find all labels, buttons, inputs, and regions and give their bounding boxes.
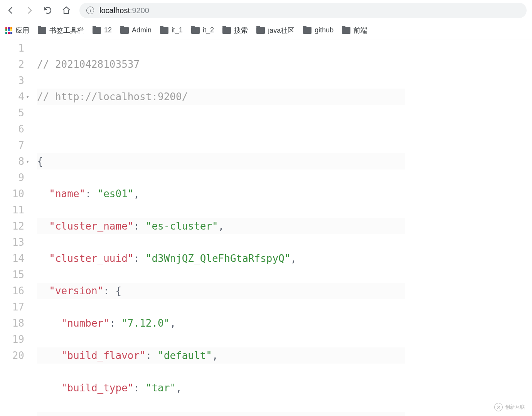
bookmarks-bar: 应用 书签工具栏 12 Admin it_1 it_2 搜索 java社区 gi… [0,21,532,40]
code-content[interactable]: // 20210428103537 // http://localhost:92… [30,40,405,416]
bookmark-label: 前端 [354,26,367,35]
folder-icon [342,27,350,34]
home-button[interactable] [61,5,72,16]
bookmark-folder[interactable]: Admin [120,26,152,34]
address-bar[interactable]: i localhost:9200 [79,3,527,18]
folder-icon [191,27,200,34]
bookmark-folder[interactable]: 搜索 [222,26,248,35]
bookmark-label: java社区 [268,26,295,35]
bookmark-folder[interactable]: github [303,26,333,34]
bookmark-label: 搜索 [234,26,248,35]
folder-icon [93,27,101,34]
bookmark-folder[interactable]: it_1 [160,26,183,34]
folder-icon [38,27,46,34]
apps-icon [5,27,12,34]
watermark: ✕ 创新互联 [494,403,525,411]
browser-toolbar: i localhost:9200 [0,0,532,21]
forward-button[interactable] [24,5,35,16]
bookmark-folder[interactable]: 12 [93,26,112,34]
folder-icon [160,27,168,34]
site-info-icon[interactable]: i [86,7,94,14]
bookmark-label: it_2 [203,26,214,34]
bookmark-folder[interactable]: 书签工具栏 [38,26,84,35]
watermark-text: 创新互联 [505,404,525,411]
apps-shortcut[interactable]: 应用 [5,26,29,35]
folder-icon [303,27,311,34]
folder-icon [256,27,265,34]
bookmark-label: Admin [132,26,152,34]
folder-icon [120,27,129,34]
url-text: localhost:9200 [99,6,149,15]
bookmark-label: 12 [104,26,112,34]
bookmark-folder[interactable]: java社区 [256,26,295,35]
json-viewer: 1 2 3 4 5 6 7 8 9 10 11 12 13 14 15 16 1… [0,40,532,416]
line-number-gutter: 1 2 3 4 5 6 7 8 9 10 11 12 13 14 15 16 1… [0,40,30,416]
back-button[interactable] [5,5,16,16]
apps-label: 应用 [15,26,29,35]
bookmark-folder[interactable]: it_2 [191,26,214,34]
watermark-logo-icon: ✕ [494,403,503,411]
reload-button[interactable] [42,5,53,16]
folder-icon [222,27,231,34]
bookmark-label: it_1 [172,26,183,34]
bookmark-label: 书签工具栏 [49,26,84,35]
bookmark-label: github [315,26,333,34]
bookmark-folder[interactable]: 前端 [342,26,367,35]
